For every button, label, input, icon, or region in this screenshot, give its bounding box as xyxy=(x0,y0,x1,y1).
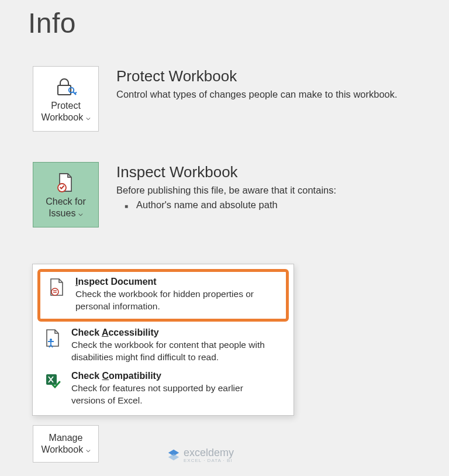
section-inspect: Check for Issues ⌵ Inspect Workbook Befo… xyxy=(33,162,449,227)
protect-heading: Protect Workbook xyxy=(116,67,449,85)
exceldemy-logo-icon xyxy=(167,449,180,461)
inspect-text: Inspect Workbook Before publishing this … xyxy=(116,162,449,211)
menu-check-accessibility-desc: Check the workbook for content that peop… xyxy=(71,339,270,364)
protect-text: Protect Workbook Control what types of c… xyxy=(116,66,449,104)
manage-workbook-button[interactable]: Manage Workbook ⌵ xyxy=(33,425,99,463)
document-magnify-icon xyxy=(47,277,67,313)
check-for-issues-menu: Inspect Document Check the workbook for … xyxy=(32,264,294,416)
chevron-down-icon: ⌵ xyxy=(78,209,83,218)
watermark-brand: exceldemy xyxy=(184,447,234,458)
excel-check-icon xyxy=(43,371,63,407)
document-accessibility-icon xyxy=(43,327,63,364)
protect-workbook-label: Protect Workbook ⌵ xyxy=(34,100,97,123)
watermark: exceldemy EXCEL · DATA · BI xyxy=(167,447,234,463)
menu-check-accessibility-title: Check Accessibility xyxy=(71,327,270,338)
svg-line-3 xyxy=(75,92,77,94)
page-title: Info xyxy=(28,7,449,39)
protect-workbook-button[interactable]: Protect Workbook ⌵ xyxy=(33,66,99,132)
watermark-tagline: EXCEL · DATA · BI xyxy=(184,458,234,463)
manage-workbook-label: Manage Workbook ⌵ xyxy=(33,432,98,456)
check-for-issues-label: Check for Issues ⌵ xyxy=(34,196,97,219)
menu-check-compatibility-desc: Check for features not supported by earl… xyxy=(71,382,270,407)
chevron-down-icon: ⌵ xyxy=(86,445,91,454)
section-protect: Protect Workbook ⌵ Protect Workbook Cont… xyxy=(33,66,449,132)
check-for-issues-button[interactable]: Check for Issues ⌵ xyxy=(33,162,99,227)
protect-desc: Control what types of changes people can… xyxy=(116,89,449,100)
svg-point-5 xyxy=(51,288,58,295)
inspect-bullet: ■ Author's name and absolute path xyxy=(125,199,449,211)
menu-inspect-document[interactable]: Inspect Document Check the workbook for … xyxy=(37,269,289,322)
menu-inspect-document-desc: Check the workbook for hidden properties… xyxy=(75,288,274,313)
section-manage: Manage Workbook ⌵ xyxy=(33,425,99,463)
lock-key-icon xyxy=(55,75,77,99)
menu-inspect-document-title: Inspect Document xyxy=(75,277,274,287)
inspect-heading: Inspect Workbook xyxy=(116,163,449,181)
bullet-icon: ■ xyxy=(125,203,128,211)
document-check-icon xyxy=(56,171,76,195)
menu-check-compatibility[interactable]: Check Compatibility Check for features n… xyxy=(33,367,293,411)
menu-check-accessibility[interactable]: Check Accessibility Check the workbook f… xyxy=(33,324,293,367)
chevron-down-icon: ⌵ xyxy=(86,113,91,122)
svg-point-8 xyxy=(50,339,52,341)
inspect-desc: Before publishing this file, be aware th… xyxy=(116,185,449,196)
menu-check-compatibility-title: Check Compatibility xyxy=(71,371,270,381)
